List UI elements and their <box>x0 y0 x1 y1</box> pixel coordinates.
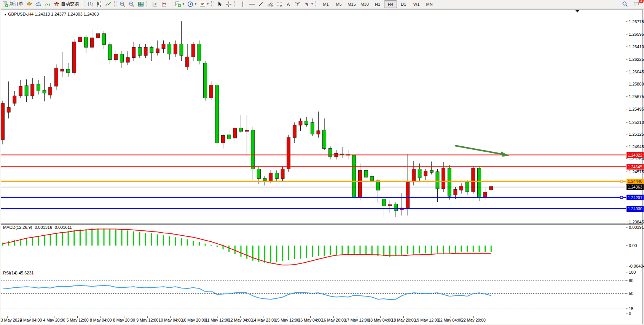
candle-body <box>317 131 320 134</box>
price-axis-label: 1.25125 <box>629 132 644 136</box>
macd-indicator-label: MACD(12,26,9) -0.001316 -0.001611 <box>3 225 72 230</box>
candle-body <box>257 169 260 179</box>
price-level-badge-1.24030: 1.24030 <box>626 206 644 212</box>
candle-body <box>114 54 118 59</box>
mt4-application: { "toolbar": { "groups": [ {"items":[ {"… <box>0 0 644 325</box>
candle-body <box>478 168 481 198</box>
line-handle-marker[interactable] <box>620 180 623 182</box>
candle-body <box>233 128 237 138</box>
time-axis-label: 8 May 20:00 <box>113 318 135 322</box>
time-axis-label: 4 May 20:00 <box>43 318 65 322</box>
chart-shift-marker-icon[interactable] <box>575 10 579 13</box>
price-axis-label: 1.26225 <box>629 57 644 62</box>
time-axis-label: 10 May 04:00 <box>159 318 183 322</box>
time-axis-label: 14 May 23:00 <box>252 318 276 322</box>
candle-body <box>31 84 34 96</box>
candle-body <box>418 169 421 178</box>
candle-body <box>78 37 82 42</box>
candle-body <box>388 205 392 206</box>
candle-body <box>352 155 356 197</box>
candle-body <box>239 128 243 132</box>
price-axis-label: 1.26595 <box>629 32 644 36</box>
price-axis-label: 1.26410 <box>629 44 644 49</box>
time-axis-label: 16 May 04:00 <box>298 318 323 322</box>
indicator-axis-label: -0.004049 <box>629 264 644 268</box>
candle-body <box>436 172 439 189</box>
line-handle-marker[interactable] <box>620 197 623 199</box>
chart-header: ▼ GBPUSD-,H4 1.24313 1.24377 1.24303 1.2… <box>4 12 99 16</box>
macd-pane <box>3 228 491 265</box>
price-axis-label: 1.25860 <box>629 82 644 86</box>
candle-body <box>108 44 112 60</box>
candle-body <box>430 170 433 172</box>
candle-body <box>472 168 475 192</box>
candle-body <box>144 47 147 55</box>
candle-body <box>269 173 273 181</box>
price-level-badge-1.24363: 1.24363 <box>626 184 644 190</box>
indicator-axis-label: 0.00 <box>629 243 637 248</box>
candle-body <box>376 181 379 190</box>
candle-body <box>132 47 135 57</box>
candle-body <box>364 170 368 177</box>
time-axis-label: 11 May 12:00 <box>205 318 229 322</box>
time-axis-label: 4 May 04:00 <box>20 318 42 322</box>
candle-body <box>382 199 386 206</box>
candle-body <box>25 86 28 96</box>
candle-body <box>84 37 88 47</box>
price-level-badge-1.24645: 1.24645 <box>626 164 644 170</box>
candle-body <box>102 33 106 44</box>
candle-body <box>328 149 332 157</box>
candle-body <box>454 190 457 195</box>
candle-body <box>150 47 153 52</box>
time-axis-label: 16 May 20:00 <box>322 318 346 322</box>
price-axis-label: 1.26045 <box>629 70 644 74</box>
candle-body <box>37 84 40 91</box>
candle-body <box>1 103 5 140</box>
price-level-badge-1.24201: 1.24201 <box>626 195 644 200</box>
candle-body <box>424 171 427 176</box>
collapse-triangle-icon[interactable]: ▼ <box>4 13 7 16</box>
price-axis-label: 1.23845 <box>629 220 644 224</box>
time-axis-labels[interactable]: 3 May 20234 May 04:004 May 20:005 May 12… <box>1 316 486 323</box>
indicator-axis-label: 15 <box>629 306 633 311</box>
indicator-axis-label: 0 <box>629 311 631 315</box>
candle-body <box>287 138 290 169</box>
candle-body <box>204 63 207 98</box>
candle-body <box>227 135 231 139</box>
time-axis-label: 18 May 20:00 <box>392 318 416 322</box>
time-axis-label: 5 May 12:00 <box>67 318 89 322</box>
time-axis-label: 22 May 04:00 <box>438 318 462 322</box>
price-axis-label: 1.25675 <box>629 94 644 99</box>
candle-body <box>156 49 159 53</box>
candle-body <box>448 168 451 197</box>
candle-body <box>465 182 469 192</box>
candle-body <box>305 121 308 125</box>
candle-body <box>483 192 487 198</box>
chart-ohlc-values: 1.24313 1.24377 1.24303 1.24363 <box>35 12 99 16</box>
time-axis-label: 10 May 20:00 <box>182 318 206 322</box>
time-axis-label: 15 May 12:00 <box>275 318 300 322</box>
candle-body <box>275 173 278 178</box>
time-axis-label: 8 May 04:00 <box>90 318 112 322</box>
candle-body <box>359 170 362 197</box>
indicator-axis-label: 100 <box>629 270 636 274</box>
price-axis-label: 1.25310 <box>629 120 644 125</box>
trend-arrow-shaft[interactable] <box>455 146 503 154</box>
candle-body <box>412 169 415 182</box>
candle-body <box>460 186 463 190</box>
candle-body <box>323 130 326 149</box>
candle-body <box>222 135 225 143</box>
candle-body <box>198 44 201 61</box>
candle-body <box>299 121 302 125</box>
candle-body <box>61 69 64 71</box>
rsi-indicator-label: RSI(14) 45.6231 <box>3 271 34 275</box>
price-level-badge-1.24822: 1.24822 <box>626 152 644 158</box>
chart-canvas[interactable]: 1.267751.265951.264101.262251.260451.258… <box>0 0 644 325</box>
candle-body <box>281 169 284 179</box>
price-level-badge-1.24440: 1.24440 <box>626 179 644 184</box>
trend-arrow-head-icon[interactable] <box>501 151 509 157</box>
candle-body <box>120 54 124 62</box>
time-axis-label: 19 May 12:00 <box>415 318 439 322</box>
candle-body <box>90 38 94 47</box>
candle-body <box>96 33 100 38</box>
